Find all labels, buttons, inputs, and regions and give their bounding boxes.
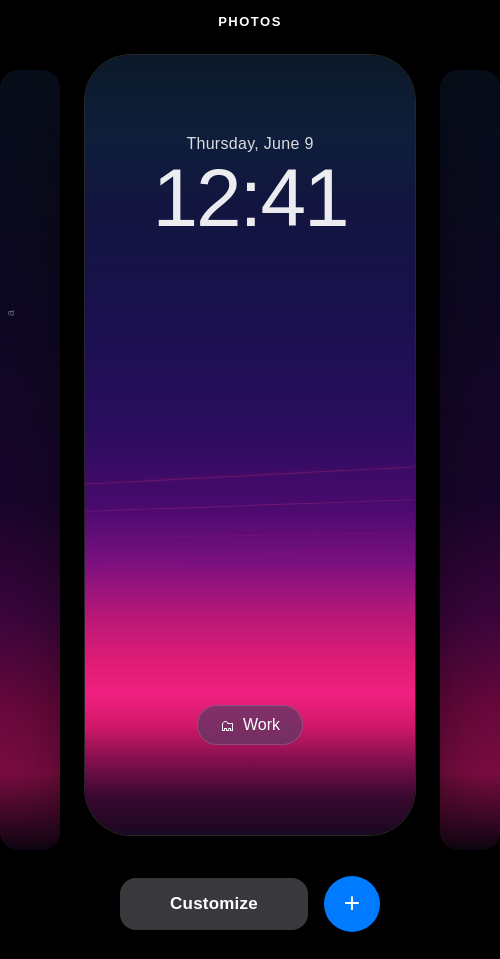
wave-line-4 [85, 540, 415, 571]
time-display: 12:41 [85, 157, 415, 239]
side-left-label: a [4, 310, 16, 316]
focus-label: Work [243, 716, 280, 734]
side-wallpaper-left: a [0, 70, 60, 850]
wave-line-2 [85, 498, 415, 513]
focus-pill[interactable]: 🗂 Work [197, 705, 303, 745]
wallpaper: Thursday, June 9 12:41 🗂 Work [85, 55, 415, 835]
wave-line-3 [85, 532, 415, 539]
customize-button[interactable]: Customize [120, 878, 308, 930]
phone-frame: Thursday, June 9 12:41 🗂 Work [85, 55, 415, 835]
bottom-bar: Customize + [0, 859, 500, 959]
date-display: Thursday, June 9 [85, 135, 415, 153]
screen-title: PHOTOS [0, 0, 500, 29]
add-button[interactable]: + [324, 876, 380, 932]
focus-icon: 🗂 [220, 717, 235, 734]
wave-line-1 [85, 463, 415, 487]
clock-area: Thursday, June 9 12:41 [85, 135, 415, 239]
side-wallpaper-right [440, 70, 500, 850]
plus-icon: + [344, 889, 360, 917]
wave-decoration [85, 455, 415, 655]
